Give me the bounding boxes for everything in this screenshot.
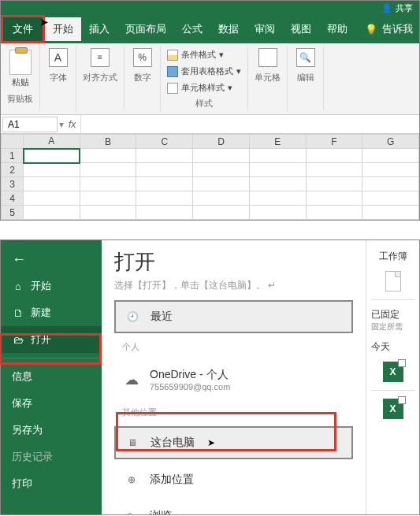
cell[interactable] [249,163,306,177]
select-all-corner[interactable] [2,135,24,149]
tab-view[interactable]: 视图 [283,17,319,41]
share-button[interactable]: 共享 [396,2,413,14]
cell[interactable] [136,191,193,206]
col-header[interactable]: A [24,135,80,149]
tab-insert[interactable]: 插入 [81,17,117,41]
cell[interactable] [306,206,362,220]
cell[interactable] [306,177,362,191]
cell[interactable] [249,177,306,191]
cell[interactable] [136,163,193,177]
cell[interactable] [193,177,250,191]
back-arrow-button[interactable]: ← [1,247,102,273]
row-header[interactable]: 5 [2,206,24,220]
cell[interactable] [193,163,250,177]
cell[interactable] [362,191,419,206]
tab-tellme[interactable]: 告诉我 [382,22,413,36]
tab-layout[interactable]: 页面布局 [117,17,174,41]
tab-file[interactable]: 文件 ➤ [1,15,45,43]
cell[interactable] [249,149,306,163]
place-browse[interactable]: 🗁 浏览 [114,500,353,514]
cell[interactable] [136,149,193,163]
table-format-button[interactable]: 套用表格格式 ▾ [167,65,241,78]
name-box[interactable] [2,117,58,132]
cell-style-button[interactable]: 单元格样式 ▾ [167,81,232,95]
sidebar-history-label: 历史记录 [12,450,53,464]
sidebar-save[interactable]: 保存 [1,390,102,417]
cell[interactable] [24,206,80,220]
tab-formula[interactable]: 公式 [174,17,210,41]
cell[interactable] [306,149,362,163]
sidebar-print[interactable]: 打印 [1,470,102,497]
row-header[interactable]: 4 [2,191,24,206]
cell[interactable] [193,206,250,220]
place-browse-label: 浏览 [150,509,172,514]
xlsx-file-icon[interactable]: X [383,399,403,419]
col-header[interactable]: F [306,135,362,149]
sidebar-new[interactable]: 🗋新建 [1,299,102,326]
cell[interactable] [362,149,419,163]
place-thispc[interactable]: 🖥 这台电脑 ➤ [114,426,353,459]
row-header[interactable]: 3 [2,177,24,191]
group-edit[interactable]: 🔍 编辑 [288,46,324,111]
cell[interactable] [80,177,136,191]
tab-help[interactable]: 帮助 [319,17,355,41]
document-icon[interactable] [385,271,401,291]
cell[interactable] [249,206,306,220]
place-addlocation[interactable]: ⊕ 添加位置 [114,464,353,496]
cell[interactable] [24,149,80,163]
share-icon[interactable]: 👤 [381,3,392,13]
cell[interactable] [193,191,250,206]
tab-data[interactable]: 数据 [210,17,247,41]
cell[interactable] [306,163,362,177]
paste-label[interactable]: 粘贴 [12,76,29,88]
sidebar-history: 历史记录 [1,444,102,470]
group-number[interactable]: % 数字 [125,46,161,111]
spreadsheet-grid[interactable]: A B C D E F G 1 2 3 4 5 [1,134,419,220]
cell[interactable] [24,163,80,177]
row-header[interactable]: 1 [2,149,24,163]
tab-review[interactable]: 审阅 [247,17,283,41]
place-recent[interactable]: 🕘 最近 [114,300,353,333]
cell[interactable] [136,177,193,191]
cell[interactable] [362,163,419,177]
cell[interactable] [24,191,80,206]
col-header[interactable]: E [249,135,306,149]
formula-input[interactable] [80,115,419,133]
group-font[interactable]: A 字体 [40,46,76,111]
col-header[interactable]: C [136,135,193,149]
sidebar-print-label: 打印 [12,477,32,491]
group-cells[interactable]: 单元格 [248,46,288,111]
cell[interactable] [193,149,250,163]
paste-icon[interactable] [9,50,32,75]
cell[interactable] [362,177,419,191]
new-icon: 🗋 [12,306,24,319]
clipboard-label: 剪贴板 [7,93,33,105]
place-onedrive[interactable]: ☁ OneDrive - 个人 755659909@qq.com [114,361,353,399]
cell[interactable] [80,163,136,177]
sidebar-info[interactable]: 信息 [1,363,102,390]
cell[interactable] [80,149,136,163]
cond-format-button[interactable]: 条件格式 ▾ [167,48,224,61]
bulb-icon[interactable]: 💡 [365,24,377,35]
cell[interactable] [80,191,136,206]
sidebar-open[interactable]: 🗁打开 [1,326,102,353]
col-header[interactable]: D [193,135,250,149]
xlsx-file-icon[interactable]: X [383,362,403,382]
cell[interactable] [249,191,306,206]
col-header[interactable]: G [362,135,419,149]
sidebar-home[interactable]: ⌂开始 [1,273,102,299]
sidebar-saveas[interactable]: 另存为 [1,417,102,444]
pinned-sub: 固定所需 [371,321,403,332]
cell[interactable] [136,206,193,220]
fx-icon[interactable]: fx [64,119,80,130]
cell[interactable] [80,206,136,220]
col-header[interactable]: B [80,135,136,149]
cell[interactable] [24,177,80,191]
group-align[interactable]: ≡ 对齐方式 [76,46,125,111]
tab-home[interactable]: 开始 [45,17,81,41]
font-label: 字体 [50,72,67,84]
cell[interactable] [306,191,362,206]
cell[interactable] [362,206,419,220]
row-header[interactable]: 2 [2,163,24,177]
cond-format-label: 条件格式 [181,49,216,61]
